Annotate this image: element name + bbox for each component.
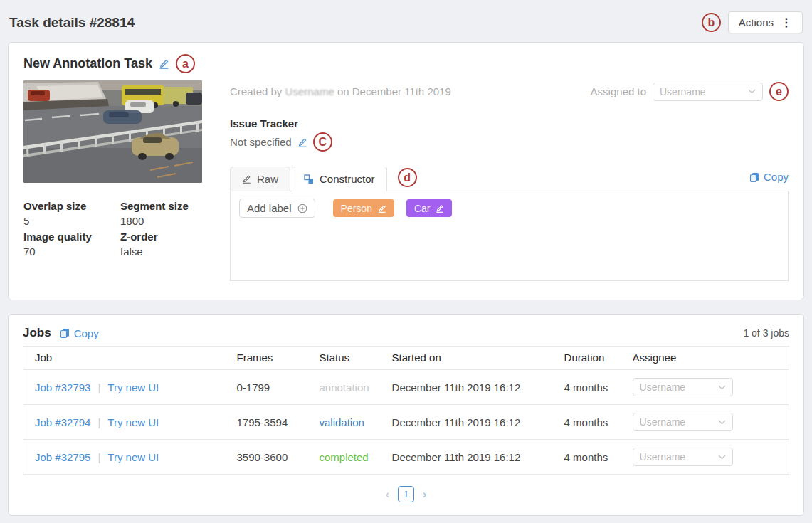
jobs-table-body: Job #32793|Try new UI 0-1799 annotation …	[23, 370, 789, 475]
pagination-next-icon[interactable]: ›	[423, 488, 426, 501]
column-assignee: Assignee	[621, 347, 789, 370]
chevron-down-icon	[718, 385, 726, 390]
jobs-card: Jobs Copy 1 of 3 jobs Job Frames Status …	[8, 314, 804, 516]
copy-jobs-link[interactable]: Copy	[60, 327, 99, 339]
jobs-header: Jobs Copy 1 of 3 jobs	[23, 326, 789, 340]
label-chip-person[interactable]: Person	[333, 199, 394, 217]
pagination-prev-icon[interactable]: ‹	[386, 488, 389, 501]
add-label-button[interactable]: Add label	[239, 199, 315, 218]
separator: |	[97, 381, 100, 393]
job-started-on: December 11th 2019 16:12	[381, 440, 553, 475]
issue-tracker-label: Issue Tracker	[230, 117, 789, 131]
pagination-page-1[interactable]: 1	[398, 486, 414, 502]
task-details-page: Task details #28814 b Actions ⋮ New Anno…	[0, 0, 812, 523]
task-card: New Annotation Task a	[8, 42, 804, 300]
table-row: Job #32793|Try new UI 0-1799 annotation …	[23, 370, 789, 405]
callout-a: a	[176, 54, 195, 73]
build-blocks-icon	[304, 174, 314, 184]
job-status: validation	[320, 416, 364, 428]
segment-size-value: 1800	[120, 213, 202, 228]
job-started-on: December 11th 2019 16:12	[381, 405, 553, 440]
topbar: Task details #28814 b Actions ⋮	[8, 0, 804, 42]
add-label-button-text: Add label	[247, 202, 292, 214]
jobs-table-header: Job Frames Status Started on Duration As…	[23, 347, 789, 370]
job-assignee-select[interactable]: Username	[633, 413, 733, 431]
image-quality-value: 70	[23, 244, 120, 259]
callout-d: d	[398, 168, 417, 187]
segment-size-label: Segment size	[120, 199, 202, 213]
actions-button[interactable]: Actions ⋮	[728, 11, 803, 33]
tab-constructor-label: Constructor	[320, 173, 375, 185]
copy-labels-label: Copy	[764, 171, 789, 183]
job-link[interactable]: Job #32794	[35, 416, 90, 428]
task-meta-row: Created by Username on December 11th 201…	[230, 82, 789, 101]
job-assignee-value: Username	[640, 451, 686, 463]
table-row: Job #32794|Try new UI 1795-3594 validati…	[23, 405, 789, 440]
task-title-row: New Annotation Task a	[23, 54, 789, 73]
label-chip-person-text: Person	[341, 203, 372, 214]
labels-constructor-panel: Add label Person Car	[230, 191, 789, 281]
copy-icon	[749, 172, 759, 182]
job-assignee-select[interactable]: Username	[633, 448, 733, 466]
created-by-text: Created by Username on December 11th 201…	[230, 85, 451, 97]
try-new-ui-link[interactable]: Try new UI	[107, 381, 159, 393]
jobs-table: Job Frames Status Started on Duration As…	[23, 346, 789, 475]
labels-tabs: Raw Constructor d Copy	[230, 167, 789, 191]
job-duration: 4 months	[553, 370, 621, 405]
created-by-username: Username	[285, 85, 334, 97]
z-order-value: false	[120, 244, 202, 259]
topbar-right: b Actions ⋮	[702, 11, 803, 33]
edit-label-person-icon[interactable]	[378, 204, 386, 213]
z-order-label: Z-order	[120, 229, 202, 244]
copy-jobs-label: Copy	[74, 327, 99, 339]
column-duration: Duration	[553, 347, 621, 370]
chevron-down-icon	[748, 89, 756, 94]
jobs-count: 1 of 3 jobs	[743, 327, 789, 339]
tab-raw[interactable]: Raw	[230, 167, 290, 191]
issue-tracker-block: Issue Tracker Not specified C	[230, 117, 789, 152]
job-status: annotation	[320, 381, 369, 393]
job-frames: 0-1799	[226, 370, 308, 405]
jobs-pagination: ‹ 1 ›	[23, 486, 789, 502]
task-left-column: Overlap size 5 Image quality 70 Segment …	[23, 80, 202, 281]
column-started-on: Started on	[381, 347, 553, 370]
tab-raw-label: Raw	[257, 173, 278, 185]
separator: |	[97, 451, 100, 463]
job-assignee-value: Username	[640, 381, 686, 393]
chevron-down-icon	[718, 420, 726, 425]
created-by-prefix: Created by	[230, 85, 282, 97]
task-right-column: Created by Username on December 11th 201…	[230, 80, 789, 281]
jobs-title: Jobs	[23, 326, 51, 340]
try-new-ui-link[interactable]: Try new UI	[107, 416, 159, 428]
overlap-size-value: 5	[23, 213, 120, 228]
plus-circle-icon	[297, 204, 307, 213]
task-body: Overlap size 5 Image quality 70 Segment …	[23, 80, 789, 281]
issue-tracker-value: Not specified	[230, 136, 292, 148]
job-assignee-select[interactable]: Username	[633, 378, 733, 396]
try-new-ui-link[interactable]: Try new UI	[107, 451, 159, 463]
callout-e: e	[769, 82, 789, 101]
chevron-down-icon	[718, 455, 726, 460]
edit-task-name-icon[interactable]	[159, 58, 169, 69]
tab-constructor[interactable]: Constructor	[292, 167, 387, 191]
callout-b: b	[702, 13, 721, 32]
job-duration: 4 months	[553, 440, 621, 475]
copy-icon	[60, 328, 70, 338]
edit-issue-tracker-icon[interactable]	[297, 137, 307, 147]
edit-label-car-icon[interactable]	[436, 204, 444, 213]
job-link[interactable]: Job #32793	[35, 381, 90, 393]
callout-c: C	[313, 132, 332, 152]
job-link[interactable]: Job #32795	[35, 451, 90, 463]
overlap-size-label: Overlap size	[23, 199, 120, 213]
assignee-select-value: Username	[660, 86, 706, 97]
job-frames: 3590-3600	[226, 440, 308, 475]
job-status: completed	[320, 451, 369, 463]
assignee-select[interactable]: Username	[653, 83, 763, 101]
label-chip-car[interactable]: Car	[406, 199, 453, 217]
column-frames: Frames	[226, 347, 308, 370]
job-started-on: December 11th 2019 16:12	[381, 370, 553, 405]
task-parameters: Overlap size 5 Image quality 70 Segment …	[23, 199, 202, 260]
more-vertical-icon: ⋮	[781, 17, 792, 28]
label-chip-car-text: Car	[414, 203, 431, 214]
copy-labels-link[interactable]: Copy	[749, 171, 789, 183]
